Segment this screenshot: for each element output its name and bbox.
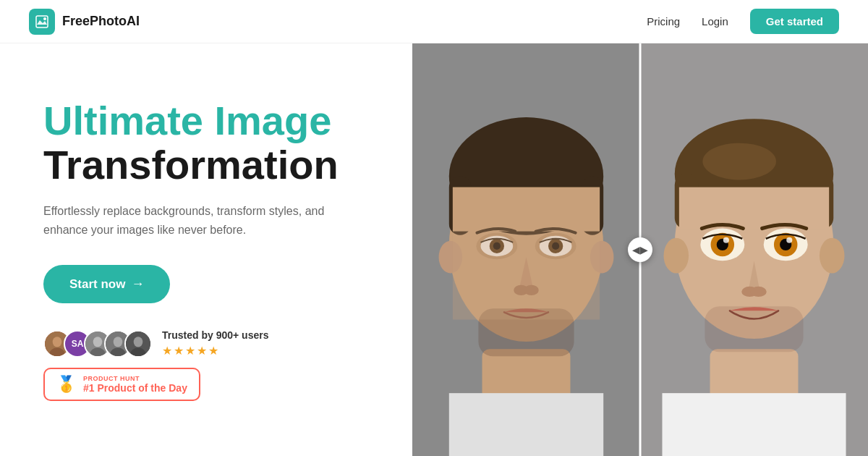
svg-rect-37 (662, 393, 846, 456)
get-started-button[interactable]: Get started (750, 9, 839, 34)
svg-rect-34 (453, 187, 600, 320)
svg-point-8 (114, 337, 123, 347)
hero-title-black: Transformation (43, 143, 369, 187)
social-proof: SA (43, 329, 369, 401)
hero-title-teal: Ultimate Image (43, 98, 369, 143)
comparison-container: ◀▶ (412, 43, 868, 456)
svg-point-55 (750, 287, 766, 297)
svg-point-53 (786, 237, 792, 243)
medal-icon: 🥇 (56, 375, 76, 394)
product-hunt-badge: 🥇 PRODUCT HUNT #1 Product of the Day (43, 368, 200, 401)
svg-rect-56 (705, 306, 803, 352)
nav-right: Pricing Login Get started (647, 9, 839, 34)
star-3: ★ (185, 344, 195, 358)
trusted-text-block: Trusted by 900+ users ★ ★ ★ ★ ★ (162, 329, 268, 358)
start-now-label: Start now (69, 277, 125, 292)
logo-area[interactable]: FreePhotoAI (29, 9, 140, 35)
stars-row: ★ ★ ★ ★ ★ (162, 344, 268, 358)
pricing-link[interactable]: Pricing (647, 15, 680, 28)
drag-arrows-icon: ◀▶ (632, 244, 648, 256)
start-now-button[interactable]: Start now → (43, 265, 170, 303)
photo-cartoon-half (640, 43, 868, 456)
logo-text: FreePhotoAI (62, 14, 140, 29)
trusted-text: Trusted by 900+ users (162, 329, 268, 341)
star-1: ★ (162, 344, 172, 358)
hero-left: Ultimate Image Transformation Effortless… (0, 43, 412, 456)
comparison-drag-handle[interactable]: ◀▶ (628, 237, 652, 262)
svg-point-45 (820, 238, 845, 274)
svg-point-11 (134, 337, 143, 347)
ph-text-block: PRODUCT HUNT #1 Product of the Day (83, 375, 187, 394)
star-5: ★ (208, 344, 218, 358)
star-4: ★ (197, 344, 207, 358)
navbar: FreePhotoAI Pricing Login Get started (0, 0, 868, 43)
start-arrow-icon: → (131, 276, 144, 292)
trusted-row: SA (43, 329, 369, 358)
hero-right: ◀▶ (412, 43, 868, 456)
svg-point-52 (723, 237, 729, 243)
svg-rect-15 (449, 393, 603, 456)
svg-point-2 (53, 337, 62, 347)
main-content: Ultimate Image Transformation Effortless… (0, 43, 868, 456)
svg-point-5 (93, 337, 103, 347)
hero-subtitle: Effortlessly replace backgrounds, transf… (43, 202, 347, 239)
logo-icon (29, 9, 55, 35)
photo-realistic-half (412, 43, 640, 456)
avatar-5 (124, 330, 152, 358)
ph-title: #1 Product of the Day (83, 382, 187, 394)
svg-point-0 (43, 17, 46, 20)
star-2: ★ (174, 344, 184, 358)
login-link[interactable]: Login (702, 15, 728, 28)
svg-rect-43 (679, 187, 829, 230)
ph-label: PRODUCT HUNT (83, 375, 187, 382)
svg-point-42 (702, 143, 776, 180)
avatars-group: SA (43, 330, 152, 358)
svg-point-44 (664, 238, 689, 274)
